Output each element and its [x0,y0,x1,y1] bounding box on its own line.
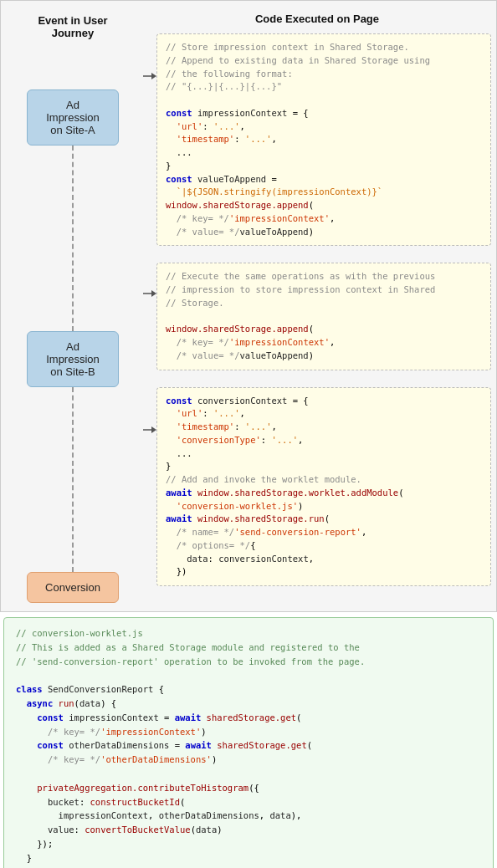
arrow-icon-b [143,288,156,299]
page-container: Event in User Journey Ad Impression on S… [0,0,497,868]
arrow-icon-c [143,424,156,436]
right-header: Code Executed on Page [143,9,491,33]
bottom-code-section: // conversion-worklet.js // This is adde… [3,617,494,868]
code-block-a: // Store impression context in Shared St… [156,33,491,246]
arrow-icon-a [143,70,156,82]
dashed-line-2 [72,387,74,573]
left-header: Event in User Journey [34,9,110,48]
code-block-b: // Execute the same operations as with t… [156,263,491,370]
event-conversion: Conversion [27,572,119,603]
code-block-c: const conversionContext = { 'url': '...'… [156,387,491,587]
journey-events: Ad Impression on Site-A Ad Impression on… [6,48,140,603]
right-column: Code Executed on Page // Store impressio… [140,9,491,603]
event-site-b: Ad Impression on Site-B [27,331,119,387]
left-column: Event in User Journey Ad Impression on S… [6,9,140,603]
event-site-a: Ad Impression on Site-A [27,89,119,146]
dashed-line-1 [72,146,74,331]
diagram-section: Event in User Journey Ad Impression on S… [0,0,497,612]
